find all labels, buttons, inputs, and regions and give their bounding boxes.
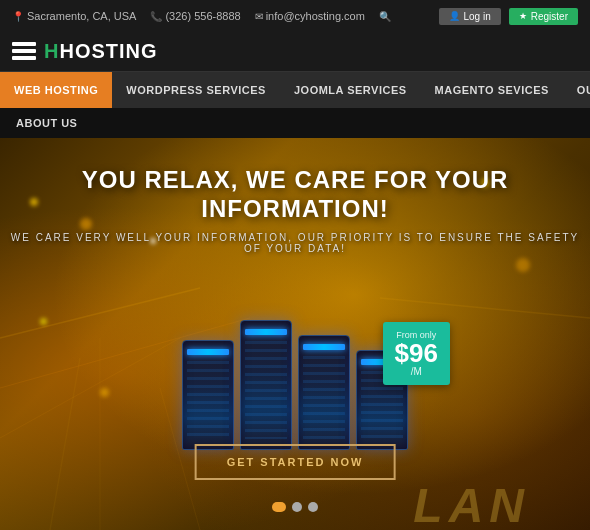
menu-icon [12, 42, 36, 62]
slider-dot-1[interactable] [272, 502, 286, 512]
phone-icon [150, 11, 162, 22]
hero-subtitle: WE CARE VERY WELL YOUR INFORMATION, OUR … [0, 232, 590, 254]
price-per-label: /M [395, 366, 438, 377]
search-magnifier-icon [379, 11, 391, 22]
hero-content: YOU RELAX, WE CARE FOR YOUR INFORMATION!… [0, 138, 590, 254]
phone-info: (326) 556-8888 [150, 10, 240, 22]
location-info: Sacramento, CA, USA [12, 10, 136, 22]
phone-text: (326) 556-8888 [165, 10, 240, 22]
hero-section: YOU RELAX, WE CARE FOR YOUR INFORMATION!… [0, 138, 590, 530]
slider-dot-3[interactable] [308, 502, 318, 512]
top-bar-auth: Log in Register [439, 8, 579, 25]
server-tower-1 [182, 340, 234, 450]
nav-wordpress[interactable]: WORDPRESS SERVICES [112, 72, 280, 108]
price-value: $96 [395, 340, 438, 366]
search-icon[interactable] [379, 11, 391, 22]
slider-dots [272, 502, 318, 512]
server-tower-3 [298, 335, 350, 450]
email-info: info@cyhosting.com [255, 10, 365, 22]
register-button[interactable]: Register [509, 8, 578, 25]
nav-magento[interactable]: MAGENTO SEVICES [421, 72, 563, 108]
top-bar-contact: Sacramento, CA, USA (326) 556-8888 info@… [12, 10, 391, 22]
breadcrumb: ABOUT US [0, 108, 590, 138]
slider-dot-2[interactable] [292, 502, 302, 512]
email-text: info@cyhosting.com [266, 10, 365, 22]
site-logo[interactable]: HHOSTING [44, 40, 158, 63]
nav-joomla[interactable]: JOOMLA SERVICES [280, 72, 421, 108]
price-from-label: From only [395, 330, 438, 340]
cta-button[interactable]: GET STARTED NOW [195, 444, 396, 480]
logo-text: HOSTING [59, 40, 157, 62]
hero-title: YOU RELAX, WE CARE FOR YOUR INFORMATION! [0, 166, 590, 224]
lan-decoration-text: LAN [413, 482, 530, 530]
server-tower-2 [240, 320, 292, 450]
mail-icon [255, 11, 263, 22]
location-text: Sacramento, CA, USA [27, 10, 136, 22]
logo-bar: HHOSTING [0, 32, 590, 72]
pin-icon [12, 11, 24, 22]
nav-web-hosting[interactable]: WEB HOSTING [0, 72, 112, 108]
breadcrumb-label: ABOUT US [16, 117, 77, 129]
login-button[interactable]: Log in [439, 8, 501, 25]
nav-support[interactable]: OUR SUPPORT [563, 72, 590, 108]
price-badge: From only $96 /M [383, 322, 450, 385]
top-bar: Sacramento, CA, USA (326) 556-8888 info@… [0, 0, 590, 32]
main-nav: WEB HOSTING WORDPRESS SERVICES JOOMLA SE… [0, 72, 590, 108]
servers-illustration [182, 320, 408, 450]
